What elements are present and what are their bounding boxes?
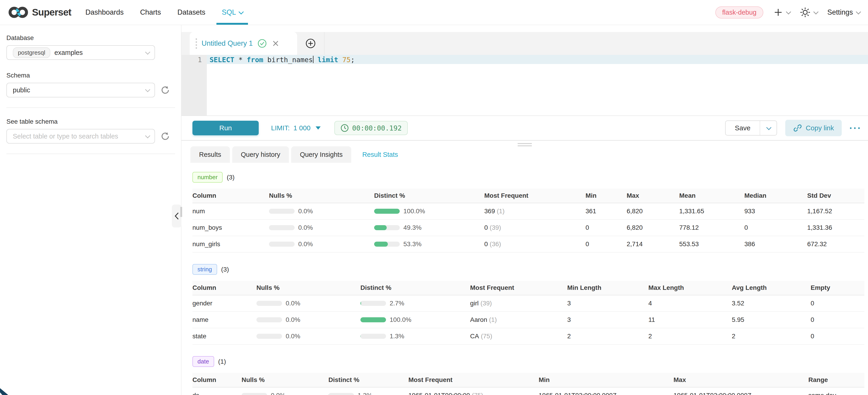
new-item-button[interactable] [773,7,790,17]
drag-handle-icon[interactable] [196,38,197,49]
stats-section-string: string(3)ColumnNulls %Distinct %Most Fre… [192,264,864,345]
column-header: Nulls % [242,376,329,384]
column-count: (3) [227,174,235,181]
table-cell: 0 [586,241,627,248]
limit-dropdown[interactable]: LIMIT: 1 000 [271,124,321,132]
sidebar-scrollbar-thumb[interactable] [180,207,182,217]
progress-bar-fill [374,225,387,230]
collapse-sidebar-button[interactable] [172,205,182,227]
percent-bar-cell: 0.0% [256,300,361,307]
table-cell: 1,167.52 [807,208,864,215]
theme-toggle-button[interactable] [800,7,817,18]
nav-item-dashboards[interactable]: Dashboards [86,0,124,25]
progress-bar [269,225,294,230]
sql-token: * [234,56,247,64]
frequent-count: (39) [490,224,501,231]
progress-bar [361,301,386,306]
chevron-down-icon [813,9,818,14]
query-timer-badge: 00:00:00.192 [334,121,408,135]
close-tab-icon[interactable] [272,39,280,48]
table-cell: 3.52 [732,300,811,307]
tab-query-insights[interactable]: Query Insights [291,146,351,163]
percent-label: 0.0% [286,333,300,340]
table-row: state0.0%1.3%CA(75)2220 [192,328,864,345]
schema-select[interactable]: public [6,83,155,97]
add-query-tab-button[interactable] [297,32,324,55]
column-header: Std Dev [807,192,864,199]
column-header: Distinct % [329,376,408,384]
chevron-down-icon [145,133,150,139]
progress-bar [361,317,386,322]
column-header: Min Length [567,284,648,292]
table-row: gender0.0%2.7%girl(39)343.520 [192,295,864,312]
nav-item-label: SQL [222,8,236,17]
save-button[interactable]: Save [725,121,760,135]
save-split-button[interactable]: Save [725,120,777,135]
sql-token: ; [350,56,355,64]
database-select[interactable]: postgresql examples [6,45,155,60]
run-button[interactable]: Run [192,121,259,135]
sql-token [338,56,342,64]
percent-bar-cell: 1.3% [329,392,408,395]
progress-bar [242,393,267,395]
query-tab[interactable]: Untitled Query 1 [190,32,297,55]
save-dropdown-button[interactable] [760,121,777,135]
query-tab-bar: Untitled Query 1 [182,32,868,55]
nav-item-charts[interactable]: Charts [140,0,161,25]
tab-query-history[interactable]: Query history [232,146,289,163]
progress-bar [269,209,294,214]
chevron-left-icon [174,211,180,221]
copy-link-label: Copy link [806,124,834,132]
sql-code-line[interactable]: SELECT * from birth_names limit 75; [210,55,355,64]
more-actions-button[interactable] [850,127,860,129]
percent-label: 53.3% [403,241,422,248]
copy-link-button[interactable]: Copy link [785,120,842,136]
limit-value: 1 000 [293,124,311,132]
column-header: Mean [679,192,744,199]
most-frequent-cell: 369(1) [484,208,586,215]
refresh-schemas-button[interactable] [160,85,170,95]
frequent-value: 1965-01-01T00:00:00 [408,392,470,395]
sql-editor[interactable]: 1 SELECT * from birth_names limit 75; [182,55,868,116]
refresh-icon [160,85,170,95]
table-cell: 0 [811,333,864,340]
sqllab-sidebar: Database postgresql examples Schema publ… [0,25,182,395]
frequent-count: (1) [489,316,497,323]
table-cell: gender [192,300,256,307]
tab-results[interactable]: Results [190,146,230,163]
sidebar-divider [6,154,175,154]
table-cell: 2 [567,333,648,340]
table-cell: 6,820 [627,208,679,215]
most-frequent-cell: 1965-01-01T00:00:00(75) [408,392,539,395]
stats-badge-row: number(3) [192,172,864,183]
table-cell: 2 [648,333,732,340]
settings-menu[interactable]: Settings [827,8,860,17]
percent-label: 1.3% [358,392,372,395]
chevron-down-icon [766,125,771,130]
query-tab-title: Untitled Query 1 [202,39,253,48]
progress-bar-fill [374,209,400,214]
table-cell: name [192,316,256,324]
stats-section-number: number(3)ColumnNulls %Distinct %Most Fre… [192,172,864,252]
sql-token: from [247,56,263,64]
editor-gutter: 1 [182,55,207,116]
column-header: Min [586,192,627,199]
table-select[interactable]: Select table or type to search tables [6,129,155,144]
superset-logo[interactable]: Superset [8,6,71,19]
sql-token: birth_names [263,56,313,64]
table-cell: 2,714 [627,241,679,248]
nav-item-sql[interactable]: SQL [222,0,243,25]
chevron-down-icon [786,9,791,14]
tab-result-stats[interactable]: Result Stats [353,146,407,163]
progress-bar [374,209,400,214]
nav-item-datasets[interactable]: Datasets [177,0,205,25]
most-frequent-cell: Aaron(1) [470,316,567,324]
refresh-tables-button[interactable] [160,131,170,142]
percent-label: 0.0% [298,241,313,248]
table-cell: 0 [586,224,627,231]
frequent-count: (75) [481,333,492,340]
frequent-count: (39) [480,300,492,307]
percent-label: 49.3% [403,224,422,231]
percent-label: 0.0% [298,224,313,231]
table-cell: 11 [648,316,732,324]
